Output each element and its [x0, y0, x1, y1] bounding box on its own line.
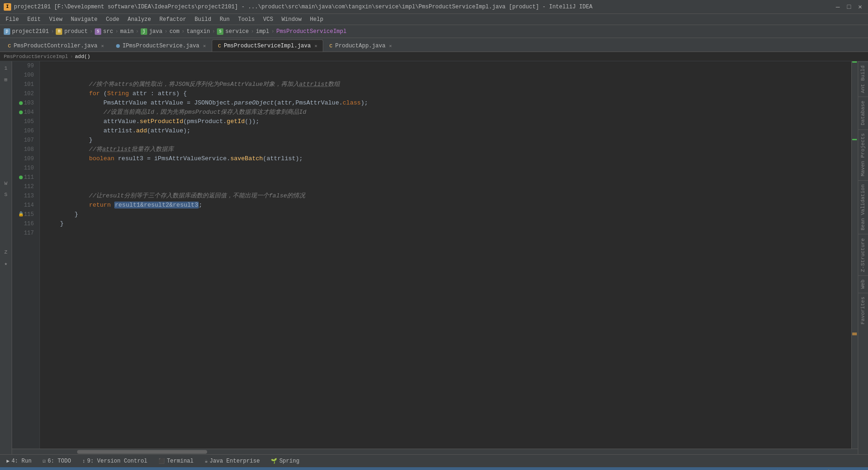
- bottom-tab-vcs[interactable]: ↕ 9: Version Control: [78, 457, 152, 465]
- tab-label-app: ProductApp.java: [335, 43, 385, 49]
- horizontal-scrollbar[interactable]: [12, 449, 858, 454]
- scrollbar-gutter: [851, 61, 858, 449]
- maximize-button[interactable]: □: [845, 3, 853, 11]
- close-button[interactable]: ✕: [856, 3, 864, 11]
- left-strip-btn-3[interactable]: W: [1, 178, 11, 189]
- menu-edit[interactable]: Edit: [24, 15, 45, 24]
- tab-bar: C PmsProductController.java ✕ IPmsProduc…: [0, 38, 868, 52]
- tab-dot-iservice: [116, 44, 120, 48]
- breadcrumb-class[interactable]: PmsProductServiceImpl: [4, 54, 68, 59]
- path-main[interactable]: main: [120, 28, 134, 35]
- gutter-102: 102: [12, 89, 36, 98]
- gutter-110: 110: [12, 163, 36, 173]
- gutter-116: 116: [12, 219, 36, 228]
- path-module[interactable]: product: [64, 28, 87, 35]
- side-tab-bean[interactable]: Bean Validation: [858, 180, 868, 234]
- side-tab-database[interactable]: Database: [858, 97, 868, 129]
- bottom-tab-terminal[interactable]: ⬛ Terminal: [154, 457, 198, 465]
- code-line-102: for (String attr : attrs) {: [46, 89, 851, 98]
- scroll-marker-3: [852, 333, 857, 335]
- tab-ipms-service[interactable]: IPmsProductService.java ✕: [110, 39, 212, 52]
- code-line-108: //将attrlist批量存入数据库: [46, 145, 851, 154]
- tab-close-iservice[interactable]: ✕: [203, 43, 206, 49]
- menu-navigate[interactable]: Navigate: [67, 15, 101, 24]
- tab-icon-controller: C: [8, 43, 11, 49]
- menu-code[interactable]: Code: [102, 15, 123, 24]
- tab-pms-controller[interactable]: C PmsProductController.java ✕: [2, 39, 110, 52]
- menu-window[interactable]: Window: [278, 15, 305, 24]
- comment-104: //设置当前商品Id，因为先将pmsProduct保存入数据库这才能拿到商品Id: [46, 108, 307, 117]
- code-container: 99 100 101 102 103 104 105 106 107 108 1…: [12, 61, 858, 449]
- src-icon: s: [95, 28, 101, 35]
- side-tab-maven[interactable]: Maven Projects: [858, 129, 868, 180]
- terminal-icon: ⬛: [158, 458, 165, 464]
- menu-tools[interactable]: Tools: [235, 15, 259, 24]
- path-com[interactable]: com: [170, 28, 180, 35]
- path-service[interactable]: service: [225, 28, 248, 35]
- menu-vcs[interactable]: VCS: [260, 15, 277, 24]
- java-enterprise-icon: ☕: [205, 458, 208, 464]
- side-tab-ant-build[interactable]: Ant Build: [858, 61, 868, 97]
- menu-run[interactable]: Run: [216, 15, 234, 24]
- code-editor[interactable]: //挨个将attrs的属性取出，将JSON反序列化为PmsAttrValue对象…: [40, 61, 851, 449]
- menubar: File Edit View Navigate Code Analyze Ref…: [0, 14, 868, 25]
- editor-area: 99 100 101 102 103 104 105 106 107 108 1…: [12, 61, 858, 454]
- code-109: boolean result3 = iPmsAttrValueService.s…: [46, 154, 303, 163]
- status-bar: ⚠ IDE and Plugin Updates: IntelliJ IDEA …: [0, 467, 868, 470]
- path-project[interactable]: project2101: [12, 28, 49, 35]
- minimize-button[interactable]: —: [834, 3, 842, 11]
- path-sep-7: ›: [212, 28, 215, 35]
- tab-close-app[interactable]: ✕: [389, 43, 392, 49]
- side-tab-favorites[interactable]: Favorites: [858, 293, 868, 328]
- menu-analyze[interactable]: Analyze: [124, 15, 155, 24]
- tab-product-app[interactable]: C ProductApp.java ✕: [323, 39, 398, 52]
- left-strip-btn-4[interactable]: S: [1, 189, 11, 200]
- side-tab-web[interactable]: Web: [858, 275, 868, 293]
- gutter-114: 114: [12, 201, 36, 210]
- left-strip-btn-5[interactable]: Z: [1, 247, 11, 257]
- code-line-115: }: [46, 210, 851, 219]
- tab-label-impl: PmsProductServiceImpl.java: [224, 43, 311, 49]
- menu-file[interactable]: File: [2, 15, 23, 24]
- breadcrumb-method[interactable]: add(): [75, 54, 90, 59]
- tab-close-controller[interactable]: ✕: [101, 43, 104, 49]
- left-strip-btn-2[interactable]: ⊞: [1, 74, 11, 85]
- left-strip-btn-6[interactable]: ★: [1, 258, 11, 268]
- menu-build[interactable]: Build: [191, 15, 215, 24]
- bottom-tab-spring[interactable]: 🌱 Spring: [266, 457, 304, 465]
- path-tangxin[interactable]: tangxin: [187, 28, 210, 35]
- code-line-114: return result1&result2&result3;: [46, 201, 851, 210]
- left-strip: 1 ⊞ W S Z ★: [0, 61, 12, 454]
- gutter-107: 107: [12, 136, 36, 145]
- tab-pms-service-impl[interactable]: C PmsProductServiceImpl.java ✕: [212, 39, 323, 52]
- menu-help[interactable]: Help: [306, 15, 327, 24]
- bottom-toolbar: ▶ 4: Run ☑ 6: TODO ↕ 9: Version Control …: [0, 454, 868, 467]
- project-icon: p: [4, 28, 10, 35]
- gutter-104: 104: [12, 108, 36, 117]
- side-tab-structure[interactable]: Z-Structure: [858, 234, 868, 276]
- hscroll-thumb[interactable]: [77, 450, 207, 454]
- code-line-101: //挨个将attrs的属性取出，将JSON反序列化为PmsAttrValue对象…: [46, 80, 851, 89]
- bottom-tab-todo[interactable]: ☑ 6: TODO: [38, 457, 76, 465]
- menu-refactor[interactable]: Refactor: [156, 15, 190, 24]
- path-class[interactable]: PmsProductServiceImpl: [276, 28, 346, 35]
- spring-icon: 🌱: [271, 458, 277, 464]
- bottom-tab-java-enterprise[interactable]: ☕ Java Enterprise: [200, 457, 265, 465]
- code-line-100: [46, 71, 851, 80]
- tab-label-iservice: IPmsProductService.java: [123, 43, 200, 49]
- menu-view[interactable]: View: [46, 15, 66, 24]
- path-sep-4: ›: [136, 28, 139, 35]
- scroll-marker-2: [852, 139, 857, 140]
- bottom-tab-run[interactable]: ▶ 4: Run: [2, 457, 36, 465]
- left-strip-btn-1[interactable]: 1: [1, 63, 11, 73]
- path-java[interactable]: java: [149, 28, 163, 35]
- titlebar: I project2101 [F:\Development software\I…: [0, 0, 868, 14]
- path-impl[interactable]: impl: [256, 28, 269, 35]
- vcs-label: 9: Version Control: [87, 458, 148, 464]
- terminal-label: Terminal: [167, 458, 194, 464]
- code-115: }: [46, 210, 78, 219]
- tab-close-impl[interactable]: ✕: [314, 43, 317, 49]
- code-line-109: boolean result3 = iPmsAttrValueService.s…: [46, 154, 851, 163]
- path-src[interactable]: src: [103, 28, 113, 35]
- spring-label: Spring: [279, 458, 299, 464]
